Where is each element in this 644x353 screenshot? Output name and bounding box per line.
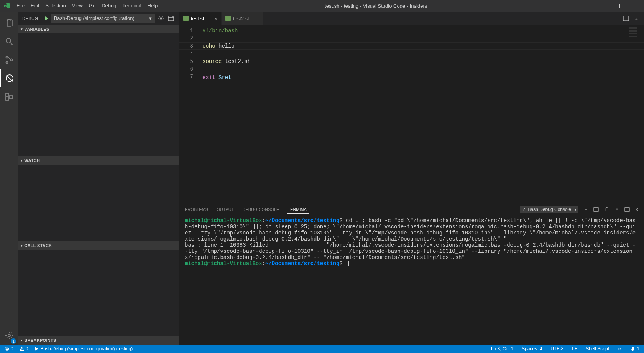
status-eol[interactable]: LF	[570, 346, 579, 351]
svg-point-10	[8, 334, 10, 337]
status-spaces[interactable]: Spaces: 4	[520, 346, 544, 351]
window-title: test.sh - testing - Visual Studio Code -…	[161, 3, 591, 9]
svg-rect-12	[168, 16, 174, 21]
search-tab[interactable]	[0, 32, 18, 51]
close-icon[interactable]: ×	[214, 16, 217, 21]
split-editor-icon[interactable]	[623, 15, 629, 21]
explorer-tab[interactable]	[0, 14, 18, 32]
variables-body	[18, 33, 179, 156]
svg-rect-15	[625, 208, 629, 212]
status-errors[interactable]: 0	[3, 346, 15, 351]
status-encoding[interactable]: UTF-8	[549, 346, 565, 351]
debug-tab[interactable]	[0, 69, 18, 87]
callstack-header[interactable]: ▾CALL STACK	[18, 241, 179, 250]
status-ln-col[interactable]: Ln 3, Col 1	[490, 346, 515, 351]
menu-view[interactable]: View	[69, 0, 86, 12]
kill-terminal-icon[interactable]	[604, 207, 610, 212]
debug-console-icon[interactable]	[167, 15, 175, 21]
maximize-panel-icon[interactable]	[624, 207, 630, 212]
svg-rect-9	[10, 96, 13, 99]
status-feedback-icon[interactable]: ☺	[616, 346, 624, 351]
maximize-button[interactable]	[609, 0, 626, 12]
debug-settings-icon[interactable]	[157, 15, 165, 21]
extensions-tab[interactable]	[0, 87, 18, 106]
panel-tab-terminal[interactable]: TERMINAL	[288, 206, 309, 214]
activity-bar: 1	[0, 12, 18, 345]
titlebar: FileEditSelectionViewGoDebugTerminalHelp…	[0, 0, 644, 12]
svg-rect-7	[6, 93, 9, 96]
status-bell-icon[interactable]: 1	[629, 346, 641, 351]
svg-point-11	[160, 18, 162, 19]
start-debug-button[interactable]	[44, 16, 49, 21]
close-button[interactable]	[626, 0, 644, 12]
split-terminal-icon[interactable]	[593, 207, 599, 212]
debug-label: DEBUG	[22, 16, 42, 21]
status-warnings[interactable]: 0	[18, 346, 30, 351]
debug-config-select[interactable]: Bash-Debug (simplest configuration)▾	[51, 14, 155, 23]
status-debug-target[interactable]: Bash-Debug (simplest configuration) (tes…	[33, 346, 134, 351]
panel-tab-output[interactable]: OUTPUT	[217, 206, 234, 214]
debug-sidebar: DEBUG Bash-Debug (simplest configuration…	[18, 12, 179, 345]
close-panel-icon[interactable]: ✕	[635, 207, 639, 212]
svg-point-3	[6, 56, 8, 58]
scm-tab[interactable]	[0, 51, 18, 69]
menu-go[interactable]: Go	[86, 0, 99, 12]
variables-header[interactable]: ▾VARIABLES	[18, 25, 179, 33]
editor-tabbar: test.sh×test2.sh ···	[179, 12, 644, 25]
settings-tab[interactable]: 1	[0, 326, 18, 345]
panel-tab-debug-console[interactable]: DEBUG CONSOLE	[242, 206, 279, 214]
menu-file[interactable]: File	[13, 0, 28, 12]
more-actions-icon[interactable]: ···	[634, 16, 639, 21]
breakpoints-header[interactable]: ▾BREAKPOINTS	[18, 336, 179, 345]
vscode-logo-icon	[0, 2, 13, 9]
svg-rect-0	[598, 6, 602, 6]
minimize-button[interactable]	[591, 0, 609, 12]
svg-rect-8	[6, 97, 9, 100]
menu-terminal[interactable]: Terminal	[119, 0, 144, 12]
bottom-panel: PROBLEMSOUTPUTDEBUG CONSOLETERMINAL 2: B…	[179, 203, 644, 345]
settings-badge: 1	[11, 338, 16, 344]
panel-up-icon[interactable]: ＾	[615, 207, 619, 213]
callstack-body	[18, 250, 179, 336]
watch-body	[18, 165, 179, 241]
minimap[interactable]	[629, 27, 637, 38]
tab-test2-sh[interactable]: test2.sh	[222, 12, 264, 25]
code-area[interactable]: #!/bin/bash echo hello source test2.sh e…	[199, 25, 644, 203]
svg-point-4	[6, 62, 8, 64]
panel-tab-problems[interactable]: PROBLEMS	[185, 206, 208, 214]
tab-label: test.sh	[191, 16, 205, 21]
menu-selection[interactable]: Selection	[42, 0, 69, 12]
terminal-select[interactable]: 2: Bash Debug Console	[520, 206, 578, 213]
status-language[interactable]: Shell Script	[584, 346, 611, 351]
menu-edit[interactable]: Edit	[28, 0, 42, 12]
terminal-body[interactable]: michal@michal-VirtualBox:~/Documents/src…	[179, 216, 644, 345]
new-terminal-icon[interactable]: ＋	[584, 207, 588, 213]
status-bar: 0 0 Bash-Debug (simplest configuration) …	[0, 345, 644, 353]
svg-point-5	[11, 59, 13, 61]
svg-point-2	[6, 38, 11, 43]
menu-debug[interactable]: Debug	[99, 0, 119, 12]
line-gutter: 1234567	[179, 25, 199, 203]
menu-help[interactable]: Help	[145, 0, 161, 12]
editor[interactable]: 1234567 #!/bin/bash echo hello source te…	[179, 25, 644, 203]
main-menu: FileEditSelectionViewGoDebugTerminalHelp	[13, 0, 161, 12]
watch-header[interactable]: ▾WATCH	[18, 156, 179, 165]
tab-test-sh[interactable]: test.sh×	[179, 12, 222, 25]
tab-label: test2.sh	[233, 16, 251, 21]
file-icon	[225, 16, 231, 21]
svg-rect-1	[616, 4, 619, 8]
file-icon	[183, 16, 189, 21]
